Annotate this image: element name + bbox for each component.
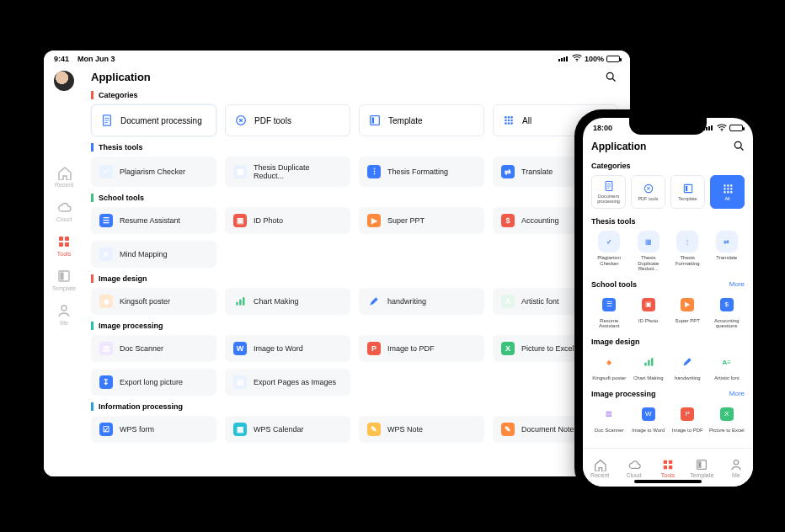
- tool-plagiarism-checker[interactable]: ✓Plagiarism Checker: [91, 157, 216, 187]
- tool-thesis-formatting[interactable]: ⋮Thesis Formatting: [670, 231, 706, 272]
- section-label-info: Information processing: [91, 402, 618, 411]
- tool-thesis-duplicate[interactable]: ▦Thesis Duplicate Reduct...: [225, 157, 350, 187]
- tablet-screen: 9:41 Mon Jun 3 100% Recent: [44, 51, 630, 476]
- tool-thesis-formatting[interactable]: ⋮Thesis Formatting: [359, 157, 484, 187]
- note-icon: ✎: [367, 423, 381, 436]
- category-document-processing[interactable]: Document processing: [91, 104, 216, 136]
- sidebar-item-tools[interactable]: Tools: [56, 234, 72, 257]
- tool-id-photo[interactable]: ▣ID Photo: [225, 207, 350, 234]
- tool-image-to-pdf[interactable]: PImage to PDF: [670, 403, 706, 434]
- ppt-icon: ▶: [367, 214, 381, 227]
- tool-translate[interactable]: ⇄Translate: [709, 231, 745, 272]
- user-icon: [56, 303, 72, 318]
- poster-icon: ◆: [598, 351, 620, 373]
- tool-export-pages[interactable]: ▧Export Pages as Images: [225, 369, 350, 396]
- more-link-school[interactable]: More: [729, 280, 745, 288]
- tool-plagiarism-checker[interactable]: ✓Plagiarism Checker: [591, 231, 627, 272]
- tool-artistic-font[interactable]: A≡Artistic font: [709, 351, 745, 381]
- sidebar-item-label: Template: [52, 285, 76, 291]
- tool-chart-making[interactable]: Chart Making: [225, 288, 350, 315]
- section-label-imagedesign: Image design: [91, 274, 618, 283]
- tablet-status-bar: 9:41 Mon Jun 3 100%: [44, 51, 630, 66]
- tool-wps-form[interactable]: ☑WPS form: [91, 416, 216, 443]
- tab-me[interactable]: Me: [719, 449, 753, 487]
- tool-export-long-picture[interactable]: ↧Export long picture: [91, 369, 216, 396]
- search-button[interactable]: [603, 69, 618, 84]
- tool-wps-note[interactable]: ✎WPS Note: [359, 416, 484, 443]
- status-time: 18:00: [593, 124, 612, 132]
- tab-recent[interactable]: Recent: [583, 449, 617, 487]
- tool-accounting-questions[interactable]: $Accounting questions: [709, 294, 745, 329]
- battery-icon: [729, 125, 743, 131]
- sidebar-item-me[interactable]: Me: [56, 303, 72, 326]
- tool-chart-making[interactable]: Chart Making: [631, 351, 667, 381]
- tool-image-to-word[interactable]: WImage to Word: [225, 335, 350, 362]
- category-pdf-tools[interactable]: PDF tools: [225, 104, 350, 136]
- page-title: Application: [91, 71, 151, 83]
- category-pdf-tools[interactable]: PDF tools: [631, 175, 665, 209]
- more-link-imgproc[interactable]: More: [729, 390, 745, 397]
- tool-mind-mapping[interactable]: ✦Mind Mapping: [91, 241, 216, 268]
- tool-super-ppt[interactable]: ▶Super PPT: [670, 294, 706, 329]
- svg-rect-31: [724, 188, 725, 189]
- tool-resume-assistant[interactable]: ☰Resume Assistant: [591, 294, 627, 329]
- tool-wps-calendar[interactable]: ▦WPS Calendar: [225, 416, 350, 443]
- translate-icon: ⇄: [501, 165, 515, 178]
- tool-image-to-pdf[interactable]: PImage to PDF: [359, 335, 484, 362]
- search-button[interactable]: [733, 140, 745, 153]
- svg-rect-36: [730, 191, 732, 193]
- word-icon: W: [233, 342, 247, 355]
- tool-picture-to-excel[interactable]: XPicture to Excel: [709, 403, 745, 434]
- dots-icon: [722, 183, 734, 194]
- tool-image-to-word[interactable]: WImage to Word: [631, 403, 667, 434]
- sidebar-item-cloud[interactable]: Cloud: [56, 200, 72, 222]
- svg-rect-29: [727, 184, 729, 186]
- template-icon: [682, 183, 694, 194]
- tool-super-ppt[interactable]: ▶Super PPT: [359, 207, 484, 234]
- home-indicator: [634, 480, 702, 483]
- sidebar-item-template[interactable]: Template: [52, 269, 76, 291]
- form-icon: ☑: [99, 423, 113, 436]
- svg-point-26: [576, 61, 577, 61]
- tool-handwriting[interactable]: handwriting: [359, 288, 484, 315]
- tool-thesis-duplicate[interactable]: ▦Thesis Duplicate Reduct...: [631, 231, 667, 272]
- avatar[interactable]: [54, 71, 74, 91]
- category-label: PDF tools: [254, 116, 291, 125]
- tool-handwriting[interactable]: handwriting: [670, 351, 706, 381]
- section-label-imgproc: Image processing: [591, 390, 656, 398]
- calendar-icon: ▦: [233, 423, 247, 436]
- category-label: Template: [388, 116, 423, 125]
- tool-kingsoft-poster[interactable]: ◆Kingsoft poster: [591, 351, 627, 381]
- tool-id-photo[interactable]: ▣ID Photo: [631, 294, 667, 329]
- battery-icon: [606, 56, 620, 62]
- tool-doc-scanner[interactable]: ▨Doc Scanner: [91, 335, 216, 362]
- pdf-icon: [643, 183, 654, 194]
- pen-icon: [676, 351, 698, 373]
- check-icon: ✓: [99, 165, 113, 178]
- format-icon: ⋮: [676, 231, 698, 253]
- pdf-badge-icon: P: [367, 342, 381, 355]
- grid-icon: [661, 458, 675, 471]
- home-icon: [593, 458, 606, 471]
- tool-resume-assistant[interactable]: ☰Resume Assistant: [91, 207, 216, 234]
- tool-kingsoft-poster[interactable]: ◆Kingsoft poster: [91, 288, 216, 315]
- poster-icon: ◆: [99, 295, 113, 308]
- section-row-school: School tools More: [591, 280, 745, 289]
- svg-rect-32: [727, 188, 729, 189]
- category-template[interactable]: Template: [670, 175, 705, 209]
- section-label-imageprocessing: Image processing: [91, 322, 618, 330]
- sidebar-item-label: Recent: [55, 182, 73, 188]
- dots-icon: [502, 114, 515, 127]
- tool-doc-scanner[interactable]: ▨Doc Scanner: [591, 403, 627, 434]
- category-document-processing[interactable]: Document processing: [591, 175, 626, 209]
- sidebar-item-label: Tools: [57, 251, 71, 257]
- phone-screen: 18:00 Application Categories Document pr…: [583, 118, 753, 487]
- status-right: 100%: [558, 54, 620, 64]
- sidebar-item-recent[interactable]: Recent: [55, 165, 73, 188]
- category-template[interactable]: Template: [359, 104, 484, 136]
- pdf-badge-icon: P: [676, 403, 698, 425]
- scanner-icon: ▨: [99, 342, 113, 355]
- translate-icon: ⇄: [716, 231, 738, 253]
- tablet-header: Application: [91, 69, 618, 84]
- category-all[interactable]: All: [710, 175, 745, 209]
